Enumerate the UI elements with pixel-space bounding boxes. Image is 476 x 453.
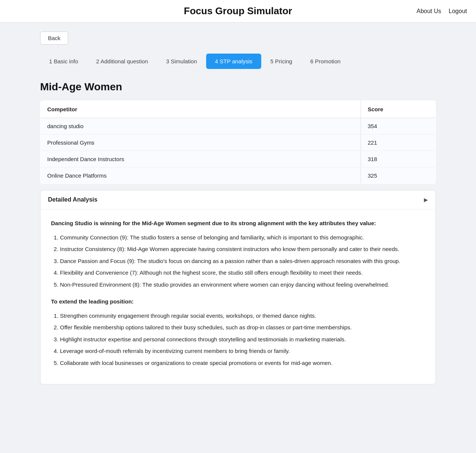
step-pricing[interactable]: 5 Pricing (261, 54, 301, 69)
winning-point: Flexibility and Convenience (7): Althoug… (60, 268, 425, 278)
winning-point: Community Connection (9): The studio fos… (60, 233, 425, 242)
competitor-table: Competitor Score dancing studio354Profes… (40, 100, 436, 184)
analysis-panel: Detailed Analysis ▶ Dancing Studio is wi… (40, 190, 436, 384)
analysis-body: Dancing Studio is winning for the Mid-Ag… (40, 209, 436, 384)
score-cell: 325 (361, 167, 436, 184)
step-additional-question[interactable]: 2 Additional question (87, 54, 157, 69)
header-nav: About Us Logout (416, 8, 467, 15)
analysis-header[interactable]: Detailed Analysis ▶ (40, 190, 436, 209)
table-row: dancing studio354 (40, 118, 436, 135)
winning-heading: Dancing Studio is winning for the Mid-Ag… (51, 218, 425, 228)
winning-list: Community Connection (9): The studio fos… (51, 233, 425, 290)
app-container: Focus Group Simulator About Us Logout Ba… (0, 0, 476, 453)
score-cell: 354 (361, 118, 436, 135)
extend-point: Leverage word-of-mouth referrals by ince… (60, 346, 425, 356)
header: Focus Group Simulator About Us Logout (0, 0, 476, 22)
step-stp-analysis[interactable]: 4 STP analysis (206, 54, 262, 69)
competitor-cell: dancing studio (40, 118, 361, 135)
competitor-cell: Professional Gyms (40, 135, 361, 151)
competitor-cell: Online Dance Platforms (40, 167, 361, 184)
col-competitor: Competitor (40, 101, 361, 118)
extend-point: Strengthen community engagement through … (60, 311, 425, 321)
app-title: Focus Group Simulator (184, 5, 292, 17)
analysis-chevron-icon: ▶ (424, 197, 428, 203)
about-us-link[interactable]: About Us (416, 8, 441, 15)
main-content: Back 1 Basic info 2 Additional question … (28, 22, 448, 393)
extend-point: Collaborate with local businesses or org… (60, 358, 425, 368)
extend-point: Offer flexible membership options tailor… (60, 323, 425, 332)
steps-nav: 1 Basic info 2 Additional question 3 Sim… (40, 54, 436, 69)
step-promotion[interactable]: 6 Promotion (301, 54, 350, 69)
winning-point: Non-Pressured Environment (8): The studi… (60, 280, 425, 290)
extend-point: Highlight instructor expertise and perso… (60, 335, 425, 344)
section-title: Mid-Age Women (40, 81, 436, 93)
step-simulation[interactable]: 3 Simulation (157, 54, 206, 69)
logout-link[interactable]: Logout (449, 8, 467, 15)
competitor-cell: Independent Dance Instructors (40, 151, 361, 167)
winning-point: Dance Passion and Focus (9): The studio'… (60, 256, 425, 266)
score-cell: 221 (361, 135, 436, 151)
winning-point: Instructor Consistency (8): Mid-Age Wome… (60, 244, 425, 254)
score-cell: 318 (361, 151, 436, 167)
extend-heading: To extend the leading position: (51, 297, 425, 306)
extend-list: Strengthen community engagement through … (51, 311, 425, 368)
back-button[interactable]: Back (40, 31, 68, 45)
analysis-header-title: Detailed Analysis (48, 196, 97, 203)
table-row: Online Dance Platforms325 (40, 167, 436, 184)
col-score: Score (361, 101, 436, 118)
table-row: Professional Gyms221 (40, 135, 436, 151)
table-row: Independent Dance Instructors318 (40, 151, 436, 167)
step-basic-info[interactable]: 1 Basic info (40, 54, 87, 69)
